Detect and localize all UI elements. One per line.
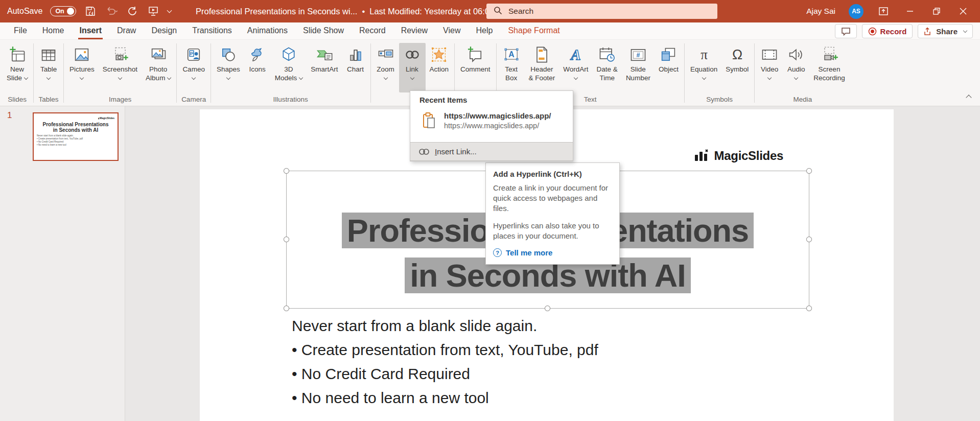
insert-link-menu-item[interactable]: Insert Link... [410,142,573,161]
tab-review[interactable]: Review [393,22,435,40]
ribbon-cameo-button[interactable]: PCameo [178,43,209,92]
tab-transitions[interactable]: Transitions [184,22,240,40]
ribbon-table-button[interactable]: Table [35,43,62,92]
tab-draw[interactable]: Draw [109,22,144,40]
magicslides-logo: MagicSlides [694,149,783,163]
clipboard-icon [423,112,436,129]
ribbon-display-options-icon[interactable] [877,5,890,18]
thumb-logo: MagicSlides [37,116,114,120]
avatar[interactable]: AS [849,4,864,19]
ribbon-zoom-button[interactable]: Zoom [372,43,399,92]
svg-text:A: A [570,46,581,63]
audio-icon [787,44,805,65]
ribbon-link-button[interactable]: Link [399,43,426,92]
selection-handle[interactable] [284,306,289,311]
title-separator: • [362,7,365,16]
restore-button[interactable] [930,5,943,18]
ribbon-screen-recording-button[interactable]: ScreenRecording [809,43,849,92]
ribbon-group-camera: PCameoCamera [177,40,211,106]
user-name[interactable]: Ajay Sai [806,7,835,16]
selection-handle[interactable] [284,168,289,174]
equation-icon: π [695,44,713,65]
ribbon-button-label-2 [119,74,122,82]
tab-file[interactable]: File [6,22,35,40]
collapse-ribbon-icon[interactable] [966,95,971,100]
dropdown-chevron-icon [767,76,772,80]
help-question-icon: ? [493,248,502,257]
ribbon-comment-button[interactable]: Comment [456,43,495,92]
search-input[interactable]: Search [486,4,717,19]
ribbon-smartart-button[interactable]: SmartArt [307,43,342,92]
quick-access-overflow-icon[interactable] [167,8,172,13]
ribbon-slide-number-button[interactable]: #SlideNumber [622,43,655,92]
ribbon-equation-button[interactable]: πEquation [686,43,721,92]
magicslides-logo-text: MagicSlides [714,149,783,163]
ribbon-group-tables: TableTables [34,40,63,106]
ribbon-button-label-2 [192,74,195,82]
ribbon-object-button[interactable]: Object [655,43,683,92]
ribbon-date-time-button[interactable]: Date &Time [593,43,622,92]
slide-body-text[interactable]: Never start from a blank slide again. Cr… [292,314,598,410]
tab-slide-show[interactable]: Slide Show [295,22,352,40]
ribbon-new-slide-button[interactable]: NewSlide [3,43,32,92]
save-icon[interactable] [84,5,97,18]
record-button[interactable]: Record [862,24,913,38]
share-button-label: Share [936,27,958,36]
slide-thumbnail[interactable]: MagicSlides Professional Presentationsin… [33,112,119,161]
tab-insert[interactable]: Insert [72,22,109,40]
ribbon-pictures-button[interactable]: Pictures [65,43,99,92]
ribbon-header-footer-button[interactable]: Header& Footer [525,43,559,92]
ribbon-button-label-2: Album [146,74,171,82]
ribbon-group-label-slides: Slides [1,96,33,103]
selection-handle[interactable] [545,306,550,311]
ribbon-action-button[interactable]: Action [426,43,453,92]
selection-handle[interactable] [806,168,812,174]
ribbon-text-box-button[interactable]: ATextBox [498,43,525,92]
ribbon-icons-button[interactable]: Icons [244,43,271,92]
autosave-toggle[interactable]: On [50,6,76,16]
ribbon-audio-button[interactable]: Audio [783,43,809,92]
ribbon-button-label-2: Time [599,74,615,82]
tab-view[interactable]: View [435,22,468,40]
tab-home[interactable]: Home [35,22,72,40]
tab-design[interactable]: Design [144,22,184,40]
close-button[interactable] [956,5,970,18]
ribbon-photo-album-button[interactable]: PhotoAlbum [142,43,175,92]
tab-animations[interactable]: Animations [240,22,295,40]
chart-icon [346,44,365,65]
tell-me-more-link[interactable]: ? Tell me more [493,248,612,257]
ribbon-screenshot-button[interactable]: Screenshot [99,43,142,92]
minimize-button[interactable] [903,5,917,18]
titlebar: AutoSave On Professional Presentations i… [0,0,980,22]
comments-button[interactable] [835,24,857,38]
ribbon-button-label: Audio [787,65,805,74]
redo-icon[interactable] [126,5,139,18]
recent-link-item[interactable]: https://www.magicslides.app/ https://www… [410,104,573,133]
ribbon-wordart-button[interactable]: AWordArt [559,43,592,92]
link-icon [403,44,422,65]
dropdown-chevron-icon [46,76,51,80]
undo-icon[interactable] [105,5,118,18]
ribbon-group-symbols: πEquationΩSymbolSymbols [685,40,754,106]
ribbon-symbol-button[interactable]: ΩSymbol [721,43,753,92]
link-dropdown-menu: Recent Items https://www.magicslides.app… [410,90,573,161]
ribbon-group-label-media: Media [755,96,851,103]
3d-models-icon [279,44,298,65]
start-slideshow-icon[interactable] [147,5,160,18]
svg-text:Ω: Ω [732,47,742,62]
share-button[interactable]: Share [918,24,973,38]
ribbon-button-label-2: Slide [7,74,28,82]
tab-record[interactable]: Record [352,22,393,40]
selection-handle[interactable] [806,306,812,311]
ribbon-button-label: Video [761,65,778,74]
screenshot-icon [111,44,129,65]
ribbon-3d-models-button[interactable]: 3DModels [271,43,307,92]
ribbon-chart-button[interactable]: Chart [342,43,369,92]
ribbon-video-button[interactable]: Video [756,43,783,92]
bullet-item: Create presentation from text, YouTube, … [292,338,598,362]
tab-help[interactable]: Help [469,22,501,40]
table-icon [39,44,58,65]
ribbon-shapes-button[interactable]: Shapes [213,43,244,92]
tab-shape-format[interactable]: Shape Format [500,22,567,40]
link-icon [418,148,430,155]
